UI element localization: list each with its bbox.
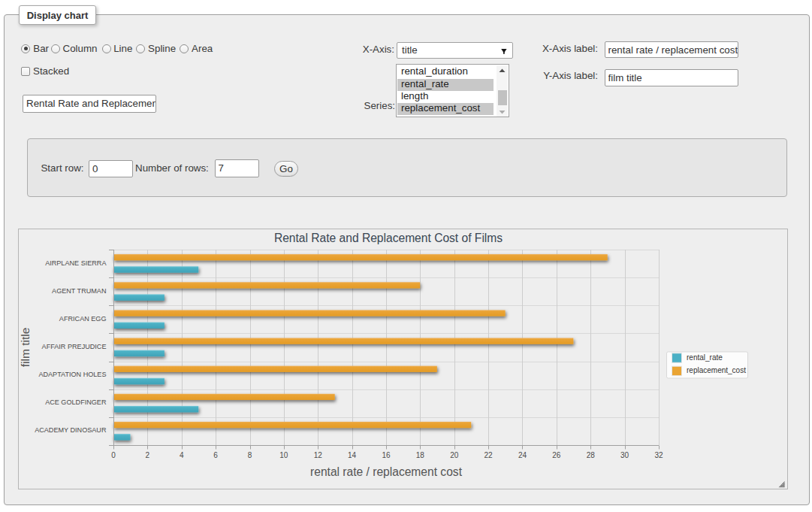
svg-text:28: 28 — [587, 451, 596, 459]
svg-text:2: 2 — [146, 451, 150, 459]
svg-text:4: 4 — [180, 451, 184, 459]
svg-text:replacement_cost: replacement_cost — [687, 366, 746, 374]
svg-text:30: 30 — [620, 451, 629, 459]
svg-text:8: 8 — [248, 451, 252, 459]
svg-text:AGENT TRUMAN: AGENT TRUMAN — [52, 287, 106, 295]
svg-text:AIRPLANE SIERRA: AIRPLANE SIERRA — [45, 259, 107, 267]
svg-text:Rental Rate and Replacement Co: Rental Rate and Replacement Cost of Film… — [274, 232, 503, 244]
svg-text:ADAPTATION HOLES: ADAPTATION HOLES — [38, 371, 106, 378]
svg-text:ACADEMY DINOSAUR: ACADEMY DINOSAUR — [35, 426, 107, 434]
svg-text:AFRICAN EGG: AFRICAN EGG — [59, 315, 107, 323]
svg-text:14: 14 — [348, 451, 357, 459]
svg-text:26: 26 — [552, 451, 561, 459]
svg-text:film title: film title — [19, 328, 32, 368]
svg-text:18: 18 — [416, 451, 425, 459]
svg-text:ACE GOLDFINGER: ACE GOLDFINGER — [45, 398, 107, 406]
svg-text:16: 16 — [382, 451, 391, 459]
svg-text:AFFAIR PREJUDICE: AFFAIR PREJUDICE — [42, 343, 107, 350]
svg-text:32: 32 — [654, 451, 663, 459]
svg-text:20: 20 — [450, 451, 459, 459]
svg-text:rental rate / replacement cost: rental rate / replacement cost — [310, 465, 463, 478]
svg-text:rental_rate: rental_rate — [687, 353, 723, 362]
svg-text:24: 24 — [518, 451, 527, 459]
svg-text:0: 0 — [111, 451, 116, 459]
svg-text:12: 12 — [314, 451, 323, 459]
svg-text:10: 10 — [279, 451, 288, 459]
svg-text:22: 22 — [484, 451, 494, 459]
svg-text:6: 6 — [213, 451, 218, 459]
